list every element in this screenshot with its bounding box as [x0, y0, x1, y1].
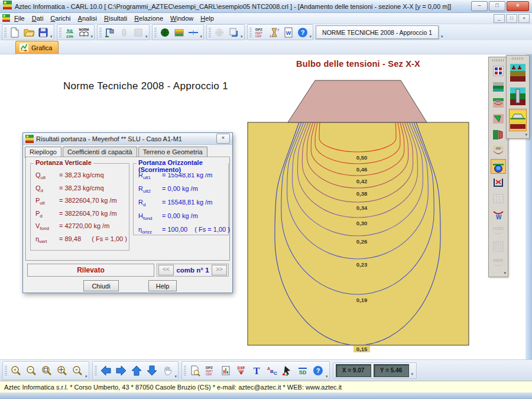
next-combination-button[interactable]: >>: [212, 265, 227, 275]
side-toolbar-grip[interactable]: [492, 59, 504, 61]
export-dxf-button[interactable]: DXF: [233, 363, 249, 378]
units-kgcm-button[interactable]: kgcm: [63, 25, 77, 39]
retaining-wall-button[interactable]: [491, 127, 506, 142]
stratigraphy-button[interactable]: [491, 79, 506, 94]
pan-up-button[interactable]: [129, 363, 144, 378]
menu-help[interactable]: Help: [197, 14, 218, 22]
pan-left-button[interactable]: [98, 363, 113, 378]
group-overflow-caret[interactable]: ▾: [326, 374, 328, 379]
tab-grafica[interactable]: Grafica: [15, 41, 59, 54]
toolbar-group: ▾: [152, 24, 205, 40]
group-overflow-caret[interactable]: ▾: [145, 34, 148, 39]
group-overflow-caret[interactable]: ▾: [91, 34, 93, 39]
save-file-button[interactable]: [36, 25, 50, 39]
export-chart-button[interactable]: [218, 363, 233, 378]
pan-hand-button[interactable]: [160, 363, 175, 378]
side-toolbar-grip[interactable]: [512, 57, 524, 60]
dialog-title-bar[interactable]: Risultati portanza - Meyerhof ** SLU - C…: [23, 133, 232, 145]
render-3d-globe-button[interactable]: [158, 25, 172, 39]
prev-combination-button[interactable]: <<: [158, 265, 174, 275]
menu-dati[interactable]: Dati: [28, 14, 47, 22]
zoom-previous-button[interactable]: «: [70, 363, 85, 378]
failure-wedge-button[interactable]: [491, 111, 506, 126]
toolbar-grip[interactable]: [4, 28, 7, 37]
menu-carichi[interactable]: Carichi: [47, 14, 74, 22]
footing-pressure-button[interactable]: [491, 143, 506, 158]
toolbar-grip[interactable]: [95, 366, 97, 375]
result-value: = 100,00 ( Fs = 1,00 ): [162, 226, 230, 233]
units-kgcm-icon: kgcm: [64, 27, 76, 38]
zoom-all-button[interactable]: [54, 363, 70, 378]
plinti-button[interactable]: [509, 61, 527, 84]
dialog-close-button[interactable]: ×: [216, 134, 230, 144]
open-file-icon: [23, 27, 35, 38]
group-overflow-caret[interactable]: ▾: [175, 374, 177, 379]
soil-layers-button[interactable]: [172, 25, 186, 39]
maximize-button[interactable]: □: [489, 1, 505, 11]
print-preview-button[interactable]: [187, 363, 203, 378]
close-button[interactable]: ×: [507, 1, 529, 11]
help-graphics-button[interactable]: ?: [310, 363, 326, 378]
group-overflow-caret[interactable]: ▾: [241, 34, 243, 39]
new-document-button[interactable]: [8, 25, 22, 39]
stress-bulb-button[interactable]: [491, 159, 506, 174]
side-toolbar-caret[interactable]: ▾: [525, 132, 527, 137]
menu-file[interactable]: File: [11, 14, 28, 22]
channel-section-button[interactable]: [491, 175, 506, 190]
group-overflow-caret[interactable]: ▾: [200, 34, 203, 39]
pan-down-button[interactable]: [144, 363, 160, 378]
toolbar-grip[interactable]: [154, 28, 157, 37]
mdi-minimize-button[interactable]: _: [494, 14, 505, 23]
foundation-soil-button[interactable]: [491, 95, 506, 110]
toolbar-grip[interactable]: [5, 366, 7, 375]
legend-colors-button[interactable]: [491, 63, 506, 78]
dialog-tab-2[interactable]: Coefficienti di capacità: [63, 147, 137, 157]
export-dpz-button[interactable]: DPZPERTCEM: [203, 363, 218, 378]
word-report-button[interactable]: W: [281, 25, 296, 39]
section-line-button[interactable]: [186, 25, 200, 39]
insert-text-button[interactable]: T: [249, 363, 264, 378]
menu-risultati[interactable]: Risultati: [100, 14, 131, 22]
side-toolbar-caret[interactable]: ▾: [504, 271, 506, 275]
help-button[interactable]: Help: [148, 280, 177, 291]
draw-options-button[interactable]: [280, 363, 295, 378]
group-overflow-caret[interactable]: ▾: [310, 34, 312, 39]
export-chart-icon: [220, 365, 232, 377]
group-overflow-caret[interactable]: ▾: [85, 374, 87, 379]
zoom-window-button[interactable]: [39, 363, 54, 378]
toolbar-grip[interactable]: [209, 28, 211, 37]
help-button[interactable]: ?: [296, 25, 310, 39]
toolbar-grip[interactable]: [59, 28, 61, 37]
normative-book-button[interactable]: NORM: [77, 25, 91, 39]
word-curve-export-button[interactable]: W: [491, 207, 506, 222]
menu-window[interactable]: Window: [167, 14, 197, 22]
scale-sd-button[interactable]: SD: [295, 363, 310, 378]
run-analysis-button[interactable]: 71: [267, 25, 281, 39]
pile-driver-button[interactable]: [103, 25, 117, 39]
pali-button[interactable]: [509, 85, 527, 108]
fond-module-icon: FOND: [492, 224, 505, 237]
toolbar-overflow-caret[interactable]: ▾: [441, 34, 443, 39]
toolbar-grip[interactable]: [99, 28, 102, 37]
font-options-button[interactable]: ABC: [264, 363, 280, 378]
toolbar-grip[interactable]: [249, 28, 252, 37]
zoom-out-button[interactable]: −: [24, 363, 39, 378]
norm-selector[interactable]: NORME TECNICHE 2008 - Approccio 1: [316, 25, 439, 39]
toolbar-grip[interactable]: [184, 366, 186, 375]
zoom-in-button[interactable]: +: [8, 363, 24, 378]
coords-caret[interactable]: ▾: [411, 372, 414, 377]
minimize-button[interactable]: –: [471, 1, 488, 11]
pan-right-button[interactable]: [113, 363, 129, 378]
arrange-window-button[interactable]: [226, 25, 241, 39]
dialog-tab-3[interactable]: Terreno e Geometria: [138, 147, 207, 157]
menu-relazione[interactable]: Relazione: [131, 14, 167, 22]
menu-analisi[interactable]: Analisi: [74, 14, 100, 22]
group-overflow-caret[interactable]: ▾: [50, 34, 53, 39]
mdi-close-button[interactable]: ×: [518, 14, 530, 23]
mdi-restore-button[interactable]: □: [506, 14, 517, 23]
dpz-archive-button[interactable]: DPZPERTCEM: [253, 25, 267, 39]
result-symbol: ηorizz: [138, 226, 162, 235]
rilevato-button[interactable]: [509, 109, 527, 131]
open-file-button[interactable]: [22, 25, 36, 39]
chiudi-button[interactable]: Chiudi: [83, 280, 119, 291]
